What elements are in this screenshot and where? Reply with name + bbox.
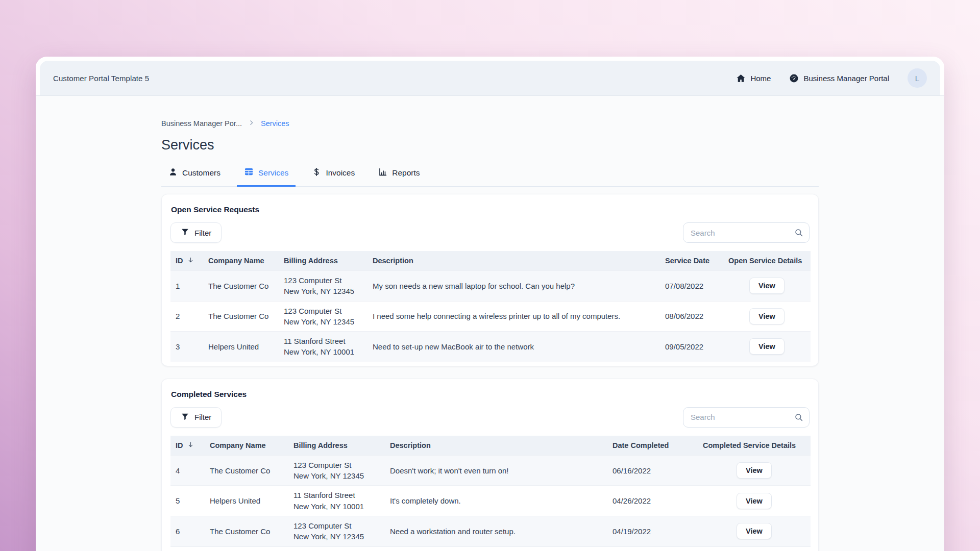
table-icon: [244, 167, 254, 179]
row-company: The Customer Co: [205, 523, 288, 540]
row-billing-address: 123 Computer St New York, NY 12345: [279, 302, 368, 332]
open-requests-search-input[interactable]: [683, 222, 810, 243]
view-button[interactable]: View: [749, 338, 785, 355]
col-id: ID: [176, 257, 183, 265]
header-nav: Home Business Manager Portal L: [736, 68, 927, 88]
col-description: Description: [385, 437, 607, 454]
tab-reports-label: Reports: [392, 168, 420, 178]
table-row: 4 The Customer Co 123 Computer St New Yo…: [170, 455, 811, 486]
open-service-requests-card: Open Service Requests Filter: [161, 194, 819, 366]
tab-bar: Customers Services Invoices: [161, 167, 819, 187]
page-content: Business Manager Por... Services Service…: [36, 96, 944, 551]
row-billing-address: 123 Computer St New York, NY 12345: [288, 516, 385, 546]
row-date-completed: 04/26/2022: [607, 492, 698, 509]
app-title: Customer Portal Template 5: [53, 74, 149, 83]
row-service-date: 09/05/2022: [660, 338, 723, 355]
completed-services-search-input[interactable]: [683, 407, 810, 428]
nav-home[interactable]: Home: [736, 73, 771, 83]
nav-business-manager-portal[interactable]: Business Manager Portal: [789, 73, 889, 83]
row-id: 1: [170, 278, 203, 294]
home-icon: [736, 73, 746, 83]
filter-funnel-icon: [181, 412, 189, 422]
nav-bmp-label: Business Manager Portal: [803, 74, 889, 83]
tab-invoices-label: Invoices: [326, 168, 355, 178]
row-description: My son needs a new small laptop for scho…: [368, 278, 660, 294]
row-company: The Customer Co: [203, 308, 279, 324]
dollar-icon: [312, 167, 321, 179]
col-date-completed: Date Completed: [607, 437, 698, 454]
row-date-completed: 06/16/2022: [607, 462, 698, 479]
table-row: 5 Helpers United 11 Stanford Street New …: [170, 485, 811, 516]
completed-services-filter-button[interactable]: Filter: [170, 407, 222, 428]
row-service-date: 08/06/2022: [660, 308, 723, 324]
row-description: It's completely down.: [385, 492, 607, 509]
row-company: The Customer Co: [205, 462, 288, 479]
open-requests-search: [683, 222, 810, 243]
view-button[interactable]: View: [749, 278, 785, 294]
row-id: 3: [170, 338, 203, 355]
table-row: 6 The Customer Co 123 Computer St New Yo…: [170, 516, 811, 546]
tab-services-label: Services: [258, 168, 288, 178]
tab-reports[interactable]: Reports: [371, 167, 427, 187]
row-billing-address: 11 Stanford Street New York, NY 10001: [288, 486, 385, 516]
search-icon: [794, 228, 803, 239]
gauge-icon: [789, 73, 799, 83]
view-button[interactable]: View: [749, 308, 785, 324]
breadcrumb: Business Manager Por... Services: [161, 119, 819, 128]
table-row: 1 The Customer Co 123 Computer St New Yo…: [170, 270, 811, 301]
row-description: Need a workstation and router setup.: [385, 523, 607, 540]
row-id: 5: [170, 492, 205, 509]
table-row: 3 Helpers United 11 Stanford Street New …: [170, 331, 811, 362]
table-row: 7 The Customer Co 123 Computer St New Yo…: [170, 546, 811, 551]
tab-invoices[interactable]: Invoices: [305, 167, 362, 187]
completed-services-title: Completed Services: [170, 390, 810, 399]
row-service-date: 07/08/2022: [660, 278, 723, 294]
nav-home-label: Home: [750, 74, 771, 83]
col-completed-service-details: Completed Service Details: [698, 437, 811, 454]
user-avatar[interactable]: L: [908, 68, 927, 88]
row-billing-address: 11 Stanford Street New York, NY 10001: [279, 332, 368, 362]
sort-descending-icon[interactable]: [187, 441, 194, 449]
col-description: Description: [368, 253, 660, 269]
open-requests-filter-button[interactable]: Filter: [170, 222, 222, 243]
completed-services-table: ID Company Name Billing Address Descript…: [170, 436, 811, 551]
row-date-completed: 04/19/2022: [607, 523, 698, 540]
open-requests-title: Open Service Requests: [170, 205, 810, 214]
view-button[interactable]: View: [737, 462, 772, 479]
filter-funnel-icon: [181, 228, 189, 238]
completed-services-filter-label: Filter: [194, 413, 211, 421]
page-title: Services: [161, 137, 819, 153]
tab-customers-label: Customers: [182, 168, 220, 178]
sort-descending-icon[interactable]: [187, 257, 194, 265]
tab-services[interactable]: Services: [237, 167, 296, 187]
open-requests-table: ID Company Name Billing Address Descript…: [170, 251, 811, 362]
table-row: 2 The Customer Co 123 Computer St New Yo…: [170, 301, 811, 332]
row-billing-address: 123 Computer St New York, NY 12345: [288, 547, 385, 551]
row-description: Need to set-up new MacBook air to the ne…: [368, 338, 660, 355]
breadcrumb-current[interactable]: Services: [261, 119, 289, 128]
col-company-name: Company Name: [203, 253, 279, 269]
completed-services-table-header: ID Company Name Billing Address Descript…: [170, 436, 811, 455]
row-id: 6: [170, 523, 205, 540]
col-service-date: Service Date: [660, 253, 723, 269]
row-description: Doesn't work; it won't even turn on!: [385, 462, 607, 479]
col-id: ID: [176, 441, 183, 449]
app-window: Customer Portal Template 5 Home Business…: [36, 57, 944, 551]
col-company-name: Company Name: [205, 437, 288, 454]
chevron-right-icon: [248, 119, 255, 128]
completed-services-card: Completed Services Filter: [161, 379, 819, 551]
row-billing-address: 123 Computer St New York, NY 12345: [288, 456, 385, 486]
row-id: 4: [170, 462, 205, 479]
row-billing-address: 123 Computer St New York, NY 12345: [279, 271, 368, 301]
row-company: Helpers United: [203, 338, 279, 355]
open-requests-filter-label: Filter: [194, 229, 211, 237]
view-button[interactable]: View: [737, 523, 772, 539]
breadcrumb-parent[interactable]: Business Manager Por...: [161, 119, 242, 128]
user-icon: [168, 167, 178, 179]
row-company: The Customer Co: [203, 278, 279, 294]
row-company: Helpers United: [205, 492, 288, 509]
search-icon: [794, 413, 803, 424]
col-billing-address: Billing Address: [288, 437, 385, 454]
view-button[interactable]: View: [737, 493, 772, 509]
tab-customers[interactable]: Customers: [161, 167, 228, 187]
